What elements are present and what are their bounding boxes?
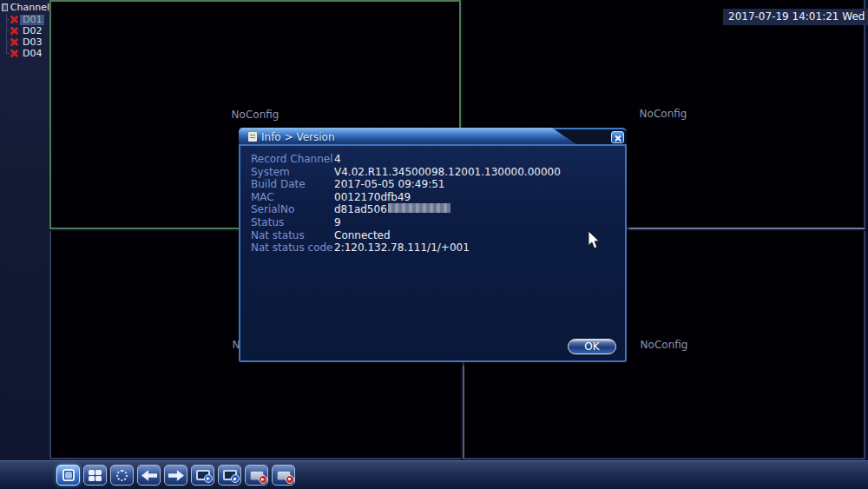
channel-list: D01D02D03D04 (0, 14, 49, 59)
field-value: d81ad506 (334, 203, 387, 216)
channel-item-D03[interactable]: D03 (0, 36, 49, 48)
version-field-row: Nat status code2:120.132.78.111/1/+001 (251, 241, 625, 254)
dialog-titlebar[interactable]: Info > Version (239, 128, 627, 144)
single-screen-button[interactable] (56, 465, 80, 486)
dialog-title-tab: Info > Version (239, 128, 579, 146)
prev-channel-button[interactable] (137, 465, 161, 486)
noconfig-label: NoConfig (232, 109, 279, 121)
field-label: Status (251, 216, 334, 229)
field-label: Nat status (251, 229, 334, 242)
close-icon[interactable] (611, 131, 624, 143)
playback-button[interactable] (245, 465, 268, 486)
arrow-left-icon (141, 470, 157, 481)
version-field-row: SerialNod81ad506 (251, 203, 625, 216)
file-play-icon (250, 471, 264, 480)
channel-item-label: D01 (20, 15, 44, 25)
offline-x-icon (10, 15, 18, 24)
channel-item-label: D03 (20, 37, 44, 48)
field-value: 2017-05-05 09:49:51 (334, 178, 444, 191)
tour-icon (116, 470, 128, 481)
file-record-icon (277, 471, 291, 480)
monitor-record-button[interactable] (218, 465, 241, 486)
quad-screen-button[interactable] (83, 465, 107, 486)
noconfig-label: NoConfig (640, 108, 687, 120)
version-field-row: Record Channel4 (251, 153, 625, 166)
channel-item-D01[interactable]: D01 (0, 14, 49, 25)
dialog-title: Info > Version (261, 131, 335, 143)
version-field-row: Status9 (251, 216, 625, 229)
monitor-play-button[interactable] (191, 465, 214, 486)
monitor-play-icon (196, 470, 210, 480)
arrow-right-icon (168, 470, 184, 481)
field-value: 0012170dfb49 (334, 191, 411, 204)
info-version-dialog: Info > Version Record Channel4SystemV4.0… (239, 128, 627, 362)
field-value: V4.02.R11.34500098.12001.130000.00000 (334, 166, 561, 179)
version-field-row: SystemV4.02.R11.34500098.12001.130000.00… (251, 166, 625, 179)
bottom-toolbar (0, 460, 868, 489)
channel-panel-icon (2, 3, 8, 11)
offline-x-icon (10, 37, 18, 47)
single-screen-icon (62, 469, 75, 481)
noconfig-label: NoConfig (641, 339, 688, 351)
channel-item-D02[interactable]: D02 (0, 25, 49, 36)
ok-button[interactable]: OK (568, 339, 616, 354)
field-value: 2:120.132.78.111/1/+001 (334, 241, 470, 254)
channel-panel-header: Channel (0, 0, 49, 14)
tour-button[interactable] (110, 465, 134, 486)
dvr-screen: NoConfig NoConfig NoConfig NoConfig 2017… (0, 0, 868, 489)
field-label: System (251, 166, 334, 179)
channel-item-label: D02 (20, 26, 44, 36)
field-value: 4 (334, 153, 341, 166)
monitor-record-icon (223, 470, 237, 480)
field-label: Nat status code (251, 241, 334, 254)
record-button[interactable] (272, 465, 295, 486)
version-field-row: Build Date2017-05-05 09:49:51 (251, 178, 625, 191)
next-channel-button[interactable] (164, 465, 187, 486)
channel-item-D04[interactable]: D04 (0, 48, 49, 59)
redacted-serial-block (388, 203, 450, 213)
info-icon (248, 132, 257, 142)
channel-panel: Channel D01D02D03D04 (0, 0, 49, 460)
version-field-row: MAC0012170dfb49 (251, 191, 625, 204)
quad-screen-icon (89, 470, 102, 481)
version-field-row: Nat statusConnected (251, 229, 625, 242)
field-label: SerialNo (251, 203, 334, 216)
dialog-body: Record Channel4SystemV4.02.R11.34500098.… (239, 144, 627, 362)
offline-x-icon (10, 26, 18, 36)
field-value: 9 (334, 216, 341, 229)
offline-x-icon (10, 49, 18, 58)
channel-item-label: D04 (20, 49, 44, 59)
field-label: Record Channel (251, 153, 334, 166)
channel-panel-title: Channel (10, 2, 49, 13)
field-label: MAC (251, 191, 334, 204)
system-clock: 2017-07-19 14:01:21 Wed (723, 9, 868, 25)
version-fields: Record Channel4SystemV4.02.R11.34500098.… (240, 146, 625, 254)
field-label: Build Date (251, 178, 334, 191)
field-value: Connected (334, 229, 391, 242)
